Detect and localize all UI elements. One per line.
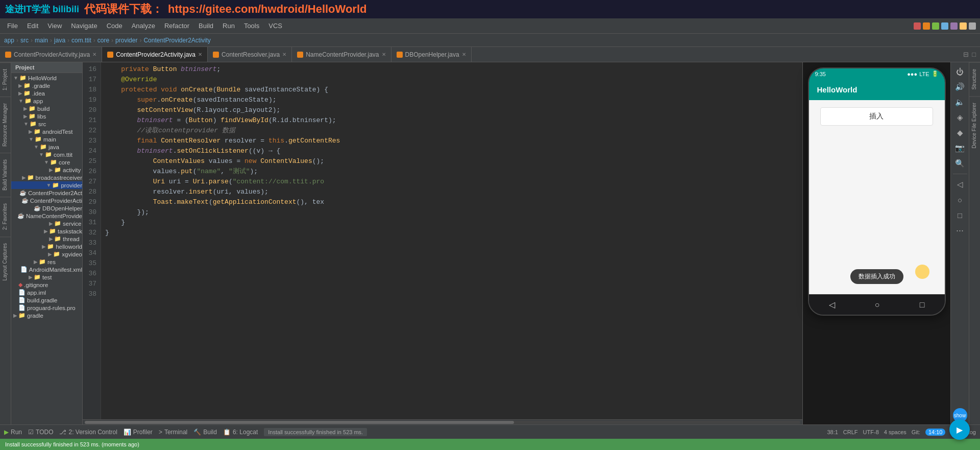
nav-provider[interactable]: provider — [115, 37, 137, 44]
tree-provider[interactable]: ▼ 📁 provider — [11, 181, 82, 189]
tree-idea[interactable]: ▶ 📁 .idea — [11, 89, 82, 97]
tree-buildgradle[interactable]: 📄 build.gradle — [11, 296, 82, 304]
toolbar-icon-7[interactable] — [969, 22, 976, 30]
tree-taskstack[interactable]: ▶ 📁 taskstack — [11, 227, 82, 235]
tree-res[interactable]: ▶ 📁 res — [11, 258, 82, 266]
panel-structure-right[interactable]: Structure — [969, 62, 980, 96]
tree-gitignore[interactable]: ◆ .gitignore — [11, 281, 82, 289]
tab-close-btn-4[interactable]: ✕ — [382, 52, 386, 57]
tree-cp2[interactable]: ☕ ContentProvider2Act — [11, 189, 82, 197]
tab-content-resolver[interactable]: ContentResolver.java ✕ — [208, 47, 292, 62]
toolbar-circle-btn[interactable]: ○ — [953, 193, 967, 207]
panel-device-file[interactable]: Device File Explorer — [969, 96, 980, 154]
nav-activity[interactable]: ContentProvider2Activity — [143, 37, 210, 44]
nav-app[interactable]: app — [4, 37, 14, 44]
profiler-tab[interactable]: 📊 Profiler — [124, 429, 153, 436]
tree-gradle-root[interactable]: ▶ 📁 gradle — [11, 312, 82, 319]
toolbar-icon-5[interactable] — [950, 22, 958, 30]
todo-tab[interactable]: ☑ TODO — [28, 429, 53, 436]
tab-close-btn-5[interactable]: ✕ — [462, 52, 466, 57]
tree-helloworld[interactable]: ▶ 📁 helloworld — [11, 243, 82, 250]
panel-project[interactable]: 1: Project — [0, 62, 11, 97]
vcs-tab[interactable]: ⎇ 2: Version Control — [59, 429, 117, 436]
tree-gradle[interactable]: ▶ 📁 .gradle — [11, 82, 82, 89]
tree-xgvideo[interactable]: ▶ 📁 xgvideo — [11, 250, 82, 258]
tree-appiml[interactable]: 📄 app.iml — [11, 289, 82, 296]
tree-proguard[interactable]: 📄 proguard-rules.pro — [11, 304, 82, 312]
code-editor[interactable]: private Button btninsert; @Override prot… — [101, 62, 802, 419]
menu-edit[interactable]: Edit — [24, 21, 41, 31]
tree-root[interactable]: ▼ 📁 HelloWorld — [11, 74, 82, 82]
toolbar-icon-3[interactable] — [932, 22, 939, 30]
menu-run[interactable]: Run — [219, 21, 238, 31]
nav-main[interactable]: main — [35, 37, 48, 44]
tree-manifest[interactable]: 📄 AndroidManifest.xml — [11, 266, 82, 273]
tree-thread[interactable]: ▶ 📁 thread — [11, 235, 82, 243]
bilibili-btn[interactable]: ▶ — [949, 419, 970, 440]
tab-close-btn[interactable]: ✕ — [92, 52, 96, 57]
tree-nameprovider[interactable]: ☕ NameContentProvide — [11, 212, 82, 220]
toolbar-camera-btn[interactable]: 📷 — [953, 141, 967, 155]
menu-view[interactable]: View — [44, 21, 65, 31]
menu-refactor[interactable]: Refactor — [161, 21, 192, 31]
menu-code[interactable]: Code — [104, 21, 126, 31]
tree-comttit[interactable]: ▼ 📁 com.ttit — [11, 151, 82, 158]
tree-main[interactable]: ▼ 📁 main — [11, 135, 82, 143]
toolbar-more-btn[interactable]: ⋯ — [953, 223, 967, 238]
tree-src[interactable]: ▼ 📁 src — [11, 120, 82, 128]
nav-core[interactable]: core — [97, 37, 109, 44]
menu-tools[interactable]: Tools — [241, 21, 262, 31]
tree-broadcastreceiver[interactable]: ▶ 📁 broadcastreceiver — [11, 174, 82, 181]
toolbar-power-btn[interactable]: ⏻ — [953, 64, 967, 79]
editor-max-btn[interactable]: □ — [972, 51, 976, 58]
panel-build-variants[interactable]: Build Variants — [0, 153, 11, 197]
phone-home-btn[interactable]: ○ — [875, 300, 880, 310]
toolbar-icon-2[interactable] — [923, 22, 930, 30]
toolbar-volume-down-btn[interactable]: 🔈 — [953, 95, 967, 109]
phone-insert-btn[interactable]: 插入 — [820, 107, 933, 126]
tree-service[interactable]: ▶ 📁 service — [11, 220, 82, 227]
toolbar-diamond-btn[interactable]: ◈ — [953, 110, 967, 125]
tree-libs[interactable]: ▶ 📁 libs — [11, 112, 82, 120]
tree-activity[interactable]: ▶ 📁 activity — [11, 166, 82, 174]
toolbar-icon-6[interactable] — [960, 22, 967, 30]
panel-structure[interactable]: 2: Favorites — [0, 197, 11, 236]
tree-dbhelper[interactable]: ☕ DBOpenHelper — [11, 204, 82, 212]
tab-close-btn-3[interactable]: ✕ — [282, 52, 286, 57]
terminal-tab[interactable]: > Terminal — [159, 429, 187, 436]
panel-captures[interactable]: Layout Captures — [0, 236, 11, 287]
menu-build[interactable]: Build — [195, 21, 216, 31]
tab-close-btn-2[interactable]: ✕ — [198, 52, 202, 57]
tree-test[interactable]: ▶ 📁 test — [11, 273, 82, 281]
logcat-tab[interactable]: 📋 6: Logcat — [223, 429, 258, 436]
editor-split-btn[interactable]: ⊟ — [963, 51, 969, 58]
toolbar-zoom-btn[interactable]: 🔍 — [953, 156, 967, 171]
tab-content-provider2-activity[interactable]: ContentProvider2Activity.java ✕ — [102, 47, 208, 62]
toolbar-icon-1[interactable] — [914, 22, 921, 30]
toolbar-square-btn[interactable]: □ — [953, 208, 967, 222]
tree-app[interactable]: ▼ 📁 app — [11, 97, 82, 105]
tree-core[interactable]: ▼ 📁 core — [11, 158, 82, 166]
nav-src[interactable]: src — [20, 37, 29, 44]
toolbar-icon-4[interactable] — [941, 22, 948, 30]
menu-analyze[interactable]: Analyze — [129, 21, 158, 31]
tree-build[interactable]: ▶ 📁 build — [11, 105, 82, 112]
build-tab[interactable]: 🔨 Build — [193, 429, 217, 436]
nav-java[interactable]: java — [54, 37, 65, 44]
phone-recents-btn[interactable]: □ — [920, 300, 925, 310]
tree-java[interactable]: ▼ 📁 java — [11, 143, 82, 151]
toolbar-back-btn[interactable]: ◁ — [953, 177, 967, 192]
run-tab[interactable]: ▶ Run — [4, 429, 22, 436]
toolbar-diamond2-btn[interactable]: ◆ — [953, 126, 967, 140]
tab-name-content-provider[interactable]: NameContentProvider.java ✕ — [292, 47, 391, 62]
tree-cp1[interactable]: ☕ ContentProviderActi — [11, 197, 82, 204]
tab-db-open-helper[interactable]: DBOpenHelper.java ✕ — [391, 47, 472, 62]
panel-resource-manager[interactable]: Resource Manager — [0, 97, 11, 153]
phone-back-btn[interactable]: ◁ — [829, 300, 835, 310]
toolbar-volume-up-btn[interactable]: 🔊 — [953, 80, 967, 94]
nav-com-ttit[interactable]: com.ttit — [71, 37, 91, 44]
menu-file[interactable]: File — [4, 21, 21, 31]
menu-vcs[interactable]: VCS — [265, 21, 285, 31]
menu-navigate[interactable]: Navigate — [68, 21, 100, 31]
tab-content-provider-activity[interactable]: ContentProviderActivity.java ✕ — [0, 47, 102, 62]
